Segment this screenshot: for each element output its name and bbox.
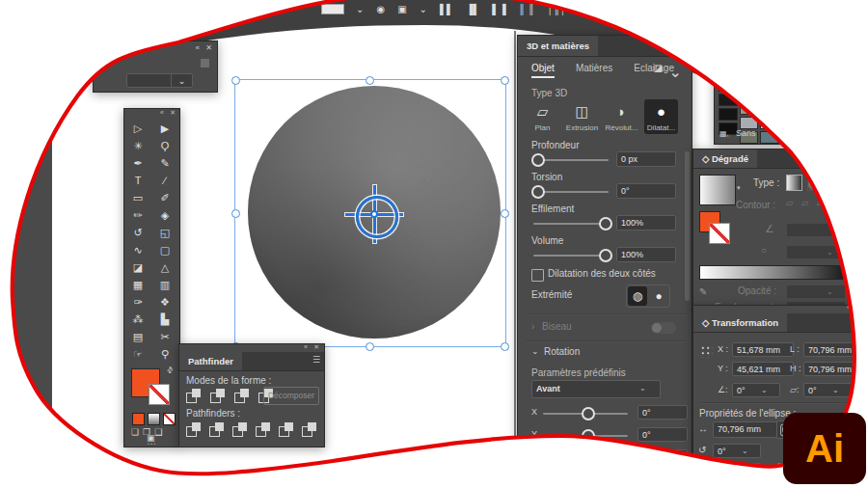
tool-button[interactable]: ◈ — [161, 209, 169, 222]
tool-button[interactable]: ∿ — [133, 244, 142, 257]
shape-mode-button[interactable] — [210, 389, 227, 403]
slider-value-field[interactable]: 0° — [616, 183, 676, 199]
slider-knob[interactable] — [531, 185, 545, 199]
rotate-angle-dropdown[interactable]: 0° — [732, 383, 780, 397]
tool-button[interactable]: ▶ — [161, 122, 169, 135]
swatch[interactable] — [760, 131, 778, 144]
control-bar-icon[interactable]: ▌▐ — [492, 4, 505, 14]
subtab[interactable]: Objet — [531, 63, 555, 78]
axis-value-field[interactable]: 0° — [637, 449, 688, 464]
stroke-swatch-none[interactable] — [149, 384, 170, 405]
tool-button[interactable]: ▤ — [133, 331, 143, 343]
tab-transform[interactable]: ◇ Transformation — [693, 313, 787, 332]
tool-button[interactable]: ▭ — [133, 192, 143, 204]
slider-track[interactable] — [533, 255, 609, 257]
tool-button[interactable]: ✏ — [133, 209, 142, 222]
gradient-type-linear-button[interactable] — [786, 175, 802, 191]
tool-button[interactable]: ↺ — [133, 227, 142, 239]
panel-collapse-icon[interactable]: ◇ — [702, 317, 709, 328]
swatch-grid-icon[interactable]: ▦, — [719, 129, 729, 138]
pathfinder-button[interactable] — [232, 422, 249, 437]
decompose-button[interactable]: Décomposer — [263, 387, 319, 405]
axis-value-field[interactable]: 0° — [637, 427, 688, 442]
gradient-stroke-none-swatch[interactable] — [709, 223, 730, 244]
swap-fill-stroke-icon[interactable]: ⇄ — [165, 365, 176, 375]
close-icon[interactable]: ✕ — [313, 343, 319, 351]
x-field[interactable]: 51,678 mm — [732, 342, 794, 357]
selection-handle-se[interactable] — [501, 342, 509, 351]
swatch-chip[interactable] — [201, 59, 209, 68]
tool-button[interactable]: ▷ — [134, 122, 142, 135]
pathfinder-button[interactable] — [279, 422, 295, 437]
control-bar-swatch[interactable] — [321, 4, 344, 14]
tool-button[interactable]: ☞ — [133, 348, 143, 361]
control-bar-icon[interactable]: ▌▌ — [440, 4, 453, 14]
selection-handle-nw[interactable] — [231, 76, 240, 85]
slider-value-field[interactable]: 100% — [616, 247, 676, 262]
tool-button[interactable]: ✐ — [160, 192, 169, 204]
contour-button[interactable]: ▱ — [786, 198, 794, 208]
control-bar-icon[interactable]: ▐▌ — [466, 4, 479, 14]
gradient-type-freeform-button[interactable] — [828, 175, 845, 191]
slider-value-field[interactable]: 0 px — [616, 151, 676, 167]
slider-track[interactable] — [533, 223, 609, 225]
opacity-dropdown[interactable] — [786, 285, 846, 299]
swatch[interactable] — [760, 102, 778, 115]
tool-button[interactable]: ✒ — [133, 157, 142, 170]
control-bar-icon[interactable]: ⌄ — [420, 4, 427, 14]
draw-mode-button[interactable]: ❏ — [131, 427, 139, 437]
mini-dropdown-chevron[interactable]: ⌄ — [171, 73, 193, 88]
swatch[interactable] — [719, 79, 738, 92]
pencil-icon[interactable]: ✎ — [699, 286, 707, 297]
swatch[interactable] — [760, 117, 778, 129]
axis-slider-track[interactable] — [543, 413, 628, 415]
tool-button[interactable]: ◱ — [160, 227, 170, 239]
collapse-icon[interactable]: « — [304, 343, 308, 350]
control-bar-icon[interactable]: ▣ — [397, 4, 406, 14]
swatch[interactable] — [719, 94, 738, 106]
gradient-slider-bar[interactable] — [699, 265, 863, 280]
bevel-toggle[interactable] — [651, 322, 676, 334]
control-bar-icon[interactable]: ◉ — [376, 4, 385, 14]
tab-pathfinder[interactable]: Pathfinder — [179, 352, 242, 370]
axis-slider-knob[interactable] — [582, 451, 595, 465]
shear-dropdown[interactable]: 0° — [803, 383, 852, 397]
tool-button[interactable]: ▢ — [160, 244, 170, 257]
axis-slider-track[interactable] — [543, 457, 628, 459]
subtab[interactable]: Matières — [576, 63, 612, 78]
y-field[interactable]: 45,621 mm — [732, 362, 794, 376]
pathfinder-button[interactable] — [256, 422, 272, 437]
tab-gradient[interactable]: ◇ Dégradé — [693, 149, 757, 168]
panel-options-icon[interactable]: ◪ — [654, 63, 663, 73]
close-icon[interactable]: ✕ — [205, 43, 212, 52]
slider-track[interactable] — [533, 191, 609, 193]
tool-button[interactable]: Ϙ — [161, 140, 170, 151]
color-button[interactable] — [132, 413, 145, 425]
tool-button[interactable]: ◪ — [133, 261, 143, 274]
extremity-button[interactable]: ● — [649, 286, 668, 306]
control-bar-icon[interactable]: ⌄ — [356, 4, 364, 14]
3d-type-button[interactable]: ● Dilatat... — [644, 99, 678, 134]
h-field[interactable]: 70,796 mm — [803, 362, 865, 376]
tool-button[interactable]: ✎ — [160, 157, 169, 170]
3d-type-button[interactable]: ◗ Révolut... — [605, 99, 638, 134]
close-icon[interactable]: ✕ — [170, 109, 176, 117]
control-bar-icon[interactable]: ║ ║ — [518, 4, 534, 14]
panel-collapse-icon[interactable]: ◇ — [702, 153, 709, 164]
angle-field[interactable] — [786, 223, 846, 237]
tab-3d-materials[interactable]: 3D et matières — [518, 36, 598, 56]
close-icon[interactable]: ✕ — [856, 304, 862, 312]
axis-slider-track[interactable] — [543, 435, 628, 437]
axis-slider-knob[interactable] — [582, 429, 595, 443]
chevron-down-icon[interactable]: ⌄ — [669, 63, 682, 81]
panel-menu-icon[interactable]: ☰ — [312, 355, 320, 365]
slider-track[interactable] — [533, 159, 609, 161]
shape-mode-button[interactable] — [234, 389, 251, 403]
collapse-icon[interactable]: « — [196, 43, 200, 52]
axis-slider-knob[interactable] — [582, 407, 595, 420]
selection-handle-ne[interactable] — [501, 76, 509, 85]
bevel-caret-icon[interactable]: › — [531, 321, 534, 332]
collapse-icon[interactable]: « — [847, 304, 851, 311]
ellipse-width-field[interactable]: 70,796 mm — [713, 421, 778, 438]
tool-button[interactable]: ❖ — [160, 296, 170, 309]
